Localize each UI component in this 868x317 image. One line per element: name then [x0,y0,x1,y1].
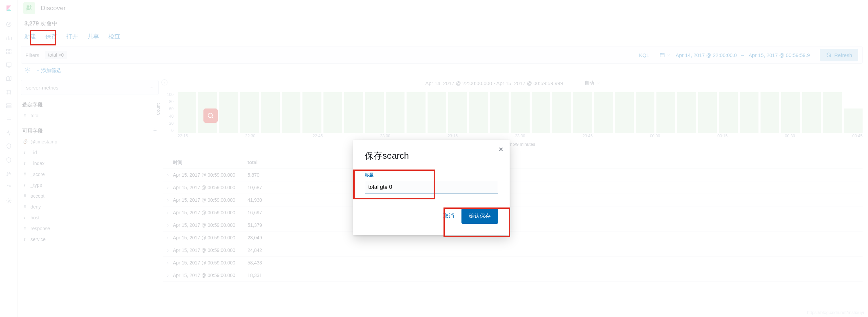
monitoring-icon[interactable] [5,184,12,191]
index-pattern-select[interactable]: server-metrics [21,80,159,95]
tab-new[interactable]: 新建 [24,33,36,40]
svg-point-8 [7,93,8,94]
field-sidebar: server-metrics 选定字段 #total 可用字段 ⌚@timest… [21,80,159,245]
svg-point-0 [6,22,11,27]
col-time[interactable]: 时间 [173,160,248,166]
table-row[interactable]: ›Apr 15, 2017 @ 00:59:00.00016,697 [163,206,863,219]
chart-title-row: Apr 14, 2017 @ 22:00:00.000 - Apr 15, 20… [163,80,863,86]
histogram-chart[interactable]: Count 100806040200 22:1522:3022:4523:002… [163,92,863,140]
tab-save[interactable]: 保存 [45,33,57,40]
table-row[interactable]: ›Apr 15, 2017 @ 00:59:00.00010,687 [163,181,863,194]
field-item[interactable]: #response [21,223,159,234]
doc-table: 时间 total ›Apr 15, 2017 @ 00:59:00.0005,8… [163,157,863,282]
main-content: ‹ Apr 14, 2017 @ 22:00:00.000 - Apr 15, … [163,80,863,282]
add-filter-link[interactable]: + 添加筛选 [37,67,61,74]
query-bar: Filters total >0 KQL Apr 14, 2017 @ 22:0… [21,46,863,64]
field-item[interactable]: #total [21,110,159,121]
visualize-icon[interactable] [5,35,12,41]
maps-icon[interactable] [5,75,12,82]
svg-point-12 [8,200,9,202]
side-nav-rail [0,0,18,317]
tab-share[interactable]: 共享 [87,33,99,40]
logs-icon[interactable] [5,116,12,123]
table-row[interactable]: ›Apr 15, 2017 @ 00:59:00.00058,433 [163,257,863,269]
csdn-search-watermark [203,108,218,123]
svg-point-9 [10,93,11,94]
infra-icon[interactable] [5,102,12,109]
svg-point-6 [7,90,8,91]
field-item[interactable]: #accept [21,191,159,201]
ml-icon[interactable] [5,89,12,96]
svg-point-18 [208,113,213,118]
svg-rect-15 [660,53,664,57]
svg-rect-2 [9,49,11,51]
apm-icon[interactable] [5,130,12,136]
confirm-save-button[interactable]: 确认保存 [461,209,498,224]
svg-rect-11 [6,106,11,108]
kql-toggle[interactable]: KQL [639,52,649,58]
field-item[interactable]: thost [21,212,159,223]
tab-inspect[interactable]: 检查 [108,33,120,40]
tab-open[interactable]: 打开 [66,33,78,40]
management-icon[interactable] [5,197,12,204]
svg-point-16 [27,70,28,71]
y-axis: 100806040200 [163,92,175,133]
svg-rect-3 [6,52,8,54]
svg-rect-4 [9,52,11,54]
title-input[interactable] [365,181,498,194]
table-row[interactable]: ›Apr 15, 2017 @ 00:59:00.00024,842 [163,244,863,257]
col-total[interactable]: total [248,160,258,166]
dialog-title: 保存search [365,150,498,162]
svg-rect-10 [6,104,11,105]
space-badge[interactable]: 默 [23,2,35,14]
svg-point-7 [10,90,11,91]
filter-controls: + 添加筛选 [24,67,61,74]
devtools-icon[interactable] [5,170,12,177]
csdn-watermark: https://blog.csdn.net/mshxuyi [807,310,864,315]
y-axis-label: Count [156,103,161,115]
field-filter-icon[interactable] [153,128,157,134]
field-item[interactable]: #_score [21,169,159,180]
selected-fields-header: 选定字段 [21,100,159,110]
svg-rect-1 [6,49,8,51]
filter-pill[interactable]: total >0 [45,51,67,59]
field-item[interactable]: t_index [21,158,159,169]
top-menu: 新建 保存 打开 共享 检查 [24,33,120,40]
field-item[interactable]: #deny [21,201,159,212]
svg-rect-5 [6,63,11,66]
table-row[interactable]: ›Apr 15, 2017 @ 00:59:00.00023,049 [163,232,863,244]
dashboard-icon[interactable] [5,48,12,55]
save-search-dialog: ✕ 保存search 标题 取消 确认保存 [353,140,510,235]
refresh-button[interactable]: Refresh [820,49,858,61]
collapse-sidebar-icon[interactable]: ‹ [161,79,167,85]
canvas-icon[interactable] [5,62,12,68]
available-fields-header: 可用字段 [21,126,159,136]
siem-icon[interactable] [5,157,12,163]
table-row[interactable]: ›Apr 15, 2017 @ 00:59:00.00018,331 [163,269,863,282]
kibana-logo[interactable] [3,2,15,14]
table-row[interactable]: ›Apr 15, 2017 @ 00:59:00.0005,870 [163,169,863,181]
field-item[interactable]: t_type [21,180,159,191]
filters-label: Filters [25,52,39,58]
x-axis-label: @timestamp/9 minutes [163,142,863,147]
table-row[interactable]: ›Apr 15, 2017 @ 00:59:00.00041,930 [163,194,863,206]
app-header: 默 Discover [18,0,868,16]
field-item[interactable]: ⌚@timestamp [21,136,159,147]
svg-point-17 [154,130,156,131]
title-field-label: 标题 [365,172,498,178]
uptime-icon[interactable] [5,143,12,150]
cancel-button[interactable]: 取消 [438,209,459,223]
table-row[interactable]: ›Apr 15, 2017 @ 00:59:00.00051,379 [163,219,863,232]
discover-icon[interactable] [5,21,12,28]
filter-options-icon[interactable] [24,67,31,74]
field-item[interactable]: tservice [21,234,159,245]
date-range[interactable]: Apr 14, 2017 @ 22:00:00.0 → Apr 15, 2017… [676,52,810,58]
page-title: Discover [41,4,66,12]
hit-count: 3,279 次命中 [24,20,58,27]
close-icon[interactable]: ✕ [498,146,504,153]
x-axis: 22:1522:3022:4523:0023:1523:3023:4500:00… [178,134,863,140]
datepicker-button[interactable] [659,52,670,58]
field-item[interactable]: t_id [21,147,159,158]
interval-select[interactable]: 自动 [585,80,600,86]
